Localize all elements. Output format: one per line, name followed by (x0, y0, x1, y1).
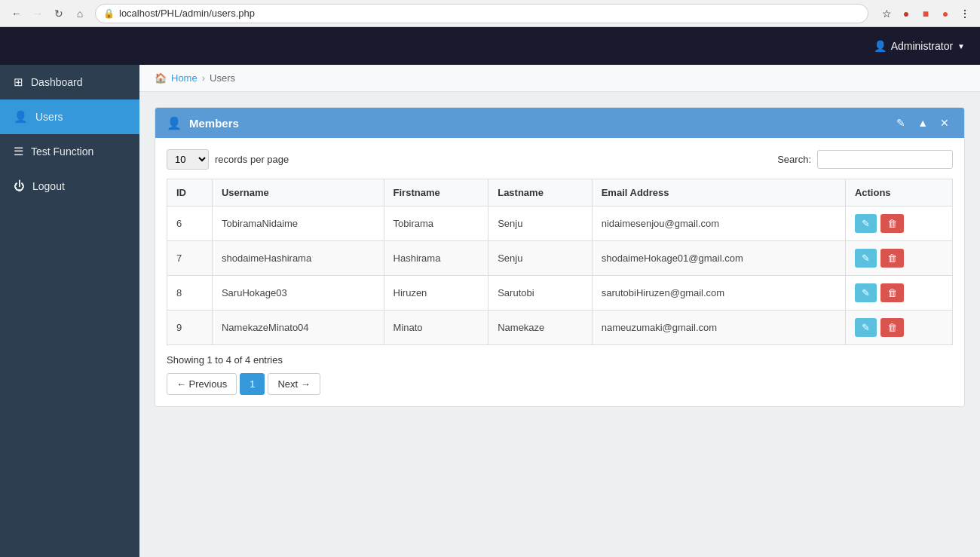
cell-email: nameuzumaki@gmail.com (592, 311, 845, 345)
card-edit-button[interactable]: ✎ (893, 115, 909, 130)
logout-icon: ⏻ (14, 179, 25, 192)
edit-button[interactable]: ✎ (855, 283, 877, 302)
admin-dropdown[interactable]: 👤 Administrator ▼ (874, 40, 965, 52)
edit-button[interactable]: ✎ (855, 214, 877, 233)
cell-firstname: Tobirama (384, 207, 488, 241)
breadcrumb-home[interactable]: Home (171, 72, 198, 84)
col-actions: Actions (845, 179, 952, 207)
cell-username: NamekazeMinato04 (212, 311, 384, 345)
pagination: ← Previous 1 Next → (167, 373, 953, 395)
cell-username: TobiramaNidaime (212, 207, 384, 241)
cell-firstname: Hashirama (384, 241, 488, 276)
prev-button[interactable]: ← Previous (167, 373, 237, 395)
sidebar-item-users-label: Users (35, 111, 63, 123)
card-minimize-button[interactable]: ▲ (914, 115, 932, 130)
cell-lastname: Sarutobi (488, 276, 593, 311)
card-header-left: 👤 Members (167, 116, 239, 130)
col-lastname: Lastname (488, 179, 593, 207)
home-button[interactable]: ⌂ (71, 5, 89, 23)
cell-lastname: Senju (488, 207, 593, 241)
edit-button[interactable]: ✎ (855, 318, 877, 337)
next-button[interactable]: Next → (268, 373, 320, 395)
table-controls: 10 25 50 100 records per page Search: (167, 149, 953, 170)
delete-button[interactable]: 🗑 (880, 214, 904, 233)
action-buttons: ✎ 🗑 (855, 249, 943, 268)
test-function-icon: ☰ (14, 145, 23, 158)
sidebar: ⊞ Dashboard 👤 Users ☰ Test Function ⏻ Lo… (0, 65, 139, 557)
sidebar-item-users[interactable]: 👤 Users (0, 99, 139, 134)
cell-firstname: Hiruzen (384, 276, 488, 311)
search-container: Search: (777, 150, 953, 169)
records-select[interactable]: 10 25 50 100 (167, 149, 209, 170)
cell-actions: ✎ 🗑 (845, 241, 952, 276)
card-close-button[interactable]: ✕ (936, 115, 953, 130)
card-header-icon: 👤 (167, 116, 182, 130)
delete-button[interactable]: 🗑 (880, 318, 904, 337)
admin-user-icon: 👤 (874, 40, 887, 52)
card-header-actions: ✎ ▲ ✕ (893, 115, 953, 130)
address-bar[interactable]: 🔒 localhost/PHL/admin/users.php (95, 4, 868, 23)
sidebar-item-logout[interactable]: ⏻ Logout (0, 169, 139, 203)
browser-toolbar-icons: ☆ ● ■ ● ⋮ (879, 6, 972, 21)
main-content: 🏠 Home › Users 👤 Members ✎ ▲ ✕ (139, 65, 980, 557)
cell-actions: ✎ 🗑 (845, 207, 952, 241)
forward-button[interactable]: → (29, 5, 47, 23)
data-table: ID Username Firstname Lastname Email Add… (167, 179, 953, 345)
cell-username: SaruHokage03 (212, 276, 384, 311)
sidebar-item-dashboard[interactable]: ⊞ Dashboard (0, 65, 139, 99)
breadcrumb-current: Users (210, 72, 235, 84)
members-card: 👤 Members ✎ ▲ ✕ 10 25 50 (155, 107, 965, 407)
menu-icon[interactable]: ⋮ (957, 6, 972, 21)
breadcrumb: 🏠 Home › Users (139, 65, 980, 92)
edit-button[interactable]: ✎ (855, 249, 877, 268)
cell-actions: ✎ 🗑 (845, 311, 952, 345)
browser-icon-1: ● (899, 6, 914, 21)
admin-label: Administrator (891, 40, 953, 52)
action-buttons: ✎ 🗑 (855, 283, 943, 302)
nav-buttons: ← → ↻ ⌂ (8, 5, 89, 23)
bookmark-icon[interactable]: ☆ (879, 6, 894, 21)
cell-id: 9 (167, 311, 213, 345)
table-head: ID Username Firstname Lastname Email Add… (167, 179, 953, 207)
app-layout: ⊞ Dashboard 👤 Users ☰ Test Function ⏻ Lo… (0, 65, 980, 557)
cell-id: 7 (167, 241, 213, 276)
cell-email: nidaimesenjou@gmail.com (592, 207, 845, 241)
table-row: 9 NamekazeMinato04 Minato Namekaze nameu… (167, 311, 953, 345)
cell-lastname: Senju (488, 241, 593, 276)
browser-icon-2: ■ (918, 6, 933, 21)
search-input[interactable] (817, 150, 953, 169)
browser-chrome: ← → ↻ ⌂ 🔒 localhost/PHL/admin/users.php … (0, 0, 980, 27)
col-username: Username (212, 179, 384, 207)
page-1-button[interactable]: 1 (240, 373, 265, 395)
sidebar-item-logout-label: Logout (32, 180, 65, 192)
cell-lastname: Namekaze (488, 311, 593, 345)
card-body: 10 25 50 100 records per page Search: (155, 138, 964, 406)
dashboard-icon: ⊞ (14, 75, 23, 89)
sidebar-item-test-function[interactable]: ☰ Test Function (0, 134, 139, 169)
col-id: ID (167, 179, 213, 207)
col-firstname: Firstname (384, 179, 488, 207)
delete-button[interactable]: 🗑 (880, 283, 904, 302)
cell-actions: ✎ 🗑 (845, 276, 952, 311)
table-header-row: ID Username Firstname Lastname Email Add… (167, 179, 953, 207)
home-icon: 🏠 (155, 72, 167, 84)
delete-button[interactable]: 🗑 (880, 249, 904, 268)
records-label: records per page (215, 154, 289, 165)
col-email: Email Address (592, 179, 845, 207)
reload-button[interactable]: ↻ (50, 5, 68, 23)
cell-email: shodaimeHokage01@gmail.com (592, 241, 845, 276)
top-navbar: 👤 Administrator ▼ (0, 27, 980, 65)
table-row: 8 SaruHokage03 Hiruzen Sarutobi sarutobi… (167, 276, 953, 311)
back-button[interactable]: ← (8, 5, 26, 23)
cell-firstname: Minato (384, 311, 488, 345)
cell-username: shodaimeHashirama (212, 241, 384, 276)
cell-email: sarutobiHiruzen@gmail.com (592, 276, 845, 311)
sidebar-item-dashboard-label: Dashboard (31, 76, 83, 88)
records-per-page: 10 25 50 100 records per page (167, 149, 289, 170)
breadcrumb-separator: › (202, 72, 205, 84)
browser-icon-3: ● (938, 6, 953, 21)
sidebar-item-test-label: Test Function (31, 145, 93, 158)
cell-id: 8 (167, 276, 213, 311)
table-body: 6 TobiramaNidaime Tobirama Senju nidaime… (167, 207, 953, 345)
caret-icon: ▼ (957, 42, 965, 50)
